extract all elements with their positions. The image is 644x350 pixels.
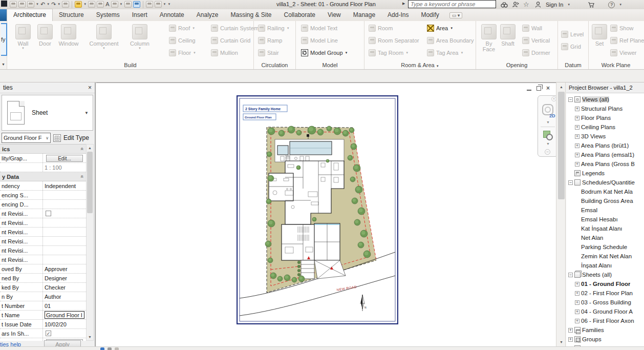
redo-icon[interactable]: ↷ <box>51 1 56 7</box>
property-value[interactable]: Approver <box>43 264 86 273</box>
tag-room-dropdown-icon[interactable]: ▼ <box>405 51 409 54</box>
section-icon[interactable] <box>124 1 132 8</box>
ribbon-tab-view[interactable]: View <box>321 9 347 21</box>
text-icon[interactable]: A <box>105 1 109 7</box>
component-dropdown-icon[interactable]: ▼ <box>102 47 105 50</box>
sheet-view[interactable]: 2 Story Family Home Ground Floor Plan NE… <box>237 95 398 324</box>
ribbon-tab-collaborate[interactable]: Collaborate <box>278 9 321 21</box>
viewer-button[interactable]: Viewer <box>610 47 644 59</box>
ribbon-tab-insert[interactable]: Insert <box>126 9 154 21</box>
property-value[interactable]: 01 <box>43 301 86 310</box>
navbar-collapse-icon[interactable]: − <box>545 149 550 155</box>
print-icon[interactable] <box>62 1 69 8</box>
ribbon-tab-massing-site[interactable]: Massing & Site <box>225 9 278 21</box>
stair-button[interactable]: Stair <box>258 47 290 59</box>
modify-button-cut[interactable]: fy ▼ <box>0 21 7 69</box>
column-dropdown-icon[interactable]: ▼ <box>138 47 141 50</box>
instance-combo[interactable]: Ground Floor F ∨ <box>2 133 51 143</box>
tag-room-button[interactable]: Tag Room ▼ <box>369 47 419 59</box>
tree-item[interactable]: +Area Plans (emsal1) <box>566 150 644 159</box>
modify-dropdown-icon[interactable]: ▼ <box>2 63 5 66</box>
tree-item[interactable]: +Floor Plans <box>566 113 644 122</box>
area-boundary-button[interactable]: Area Boundary <box>427 34 474 47</box>
favorites-star-icon[interactable]: ☆ <box>523 1 530 8</box>
title-expand-icon[interactable]: ▶ <box>402 2 405 6</box>
property-value[interactable] <box>43 237 86 245</box>
edit-type-icon[interactable] <box>53 134 61 142</box>
tree-item[interactable]: +Groups <box>566 335 644 344</box>
close-view-icon[interactable]: × <box>546 86 550 91</box>
property-value[interactable] <box>43 218 86 227</box>
set-button[interactable]: Set <box>591 23 608 47</box>
tree-item[interactable]: İnşaat Alanı <box>566 261 644 270</box>
tree-item[interactable]: −Sheets (all) <box>566 270 644 279</box>
collapse-icon[interactable]: − <box>568 180 573 185</box>
wall-dropdown-icon[interactable]: ▼ <box>22 47 25 50</box>
wall-opening-button[interactable]: Wall <box>522 22 550 34</box>
wheel-dropdown-icon[interactable]: ▼ <box>546 120 550 124</box>
help-icon[interactable]: ? <box>608 2 615 8</box>
ramp-button[interactable]: Ramp <box>258 34 290 47</box>
ribbon-tab-structure[interactable]: Structure <box>53 9 90 21</box>
tree-item[interactable]: Emsal <box>566 205 644 215</box>
tree-item[interactable]: Emsal Hesabı <box>566 215 644 224</box>
door-button[interactable]: Door <box>35 23 55 47</box>
collapse-icon[interactable]: − <box>568 97 573 102</box>
drawing-area[interactable]: × <box>96 83 556 346</box>
by-face-button[interactable]: By Face <box>479 23 499 52</box>
status-icon[interactable] <box>108 347 112 350</box>
expand-icon[interactable]: + <box>575 107 579 111</box>
expand-icon[interactable]: + <box>575 125 579 130</box>
railing-button[interactable]: Railing ▼ <box>258 22 290 34</box>
expand-icon[interactable]: + <box>575 291 579 296</box>
tree-item[interactable]: Bodrum Kat Net Ala <box>566 187 644 196</box>
measure-icon[interactable] <box>75 1 82 8</box>
type-selector[interactable]: Sheet ▼ <box>2 95 93 131</box>
expand-icon[interactable]: + <box>575 162 579 167</box>
sign-in-button[interactable]: Sign In <box>546 2 563 8</box>
tree-item[interactable]: −Schedules/Quantitie <box>566 178 644 187</box>
sign-in-dropdown-icon[interactable]: ▼ <box>567 3 570 6</box>
canvas-scrollbar[interactable]: ▲ ▼ <box>556 83 566 346</box>
component-button[interactable]: Component ▼ <box>82 23 126 50</box>
tree-item[interactable]: −Views (all) <box>566 95 644 104</box>
thin-lines-icon[interactable] <box>133 1 140 8</box>
roof-button[interactable]: Roof ▼ <box>169 22 196 34</box>
undo-icon[interactable]: ↶ <box>40 1 45 7</box>
level-button[interactable]: Level <box>561 28 584 40</box>
property-value[interactable] <box>43 255 86 264</box>
close-icon[interactable]: × <box>88 84 92 91</box>
property-value[interactable] <box>43 209 86 218</box>
edit-type-button[interactable]: Edit Type <box>63 134 89 141</box>
tree-item[interactable]: Kat İnşaat Alanı <box>566 224 644 233</box>
tree-item[interactable]: Legends <box>566 169 644 178</box>
minimize-icon[interactable] <box>527 86 531 91</box>
tree-item[interactable]: +Structural Plans <box>566 104 644 113</box>
model-group-dropdown-icon[interactable]: ▼ <box>345 51 348 54</box>
redo-dropdown-icon[interactable]: ▼ <box>57 3 60 6</box>
property-section-header[interactable]: ics« <box>0 145 86 154</box>
property-value[interactable]: Edit... <box>43 154 86 162</box>
model-text-button[interactable]: Model Text <box>301 22 348 34</box>
qat-customize-icon[interactable]: ▼ <box>168 3 171 6</box>
property-value[interactable]: 10/02/20 <box>43 320 86 328</box>
properties-header[interactable]: ties × <box>0 83 95 93</box>
3d-view-dropdown-icon[interactable]: ▼ <box>120 3 123 6</box>
properties-help-link[interactable]: ties help <box>0 341 21 346</box>
ribbon-tab-manage[interactable]: Manage <box>347 9 381 21</box>
ribbon-tab-modify[interactable]: Modify <box>415 9 445 21</box>
checkbox[interactable]: ✓ <box>46 331 51 336</box>
property-section-header[interactable]: y Data« <box>0 172 86 181</box>
property-value[interactable]: Author <box>43 292 86 301</box>
property-value[interactable]: Designer <box>43 274 86 282</box>
property-value[interactable]: ✓ <box>43 329 86 338</box>
property-value[interactable]: 1 : 100 <box>43 163 86 172</box>
restore-icon[interactable] <box>536 86 541 91</box>
search-binoculars-icon[interactable] <box>501 1 508 8</box>
window-button[interactable]: Window <box>55 23 82 47</box>
sync-with-central-icon[interactable] <box>27 1 34 8</box>
mullion-button[interactable]: Mullion <box>211 47 259 59</box>
file-tab[interactable] <box>0 9 7 21</box>
tree-item[interactable]: +06 - First Floor Axon <box>566 316 644 325</box>
default-3d-view-icon[interactable] <box>111 1 118 8</box>
